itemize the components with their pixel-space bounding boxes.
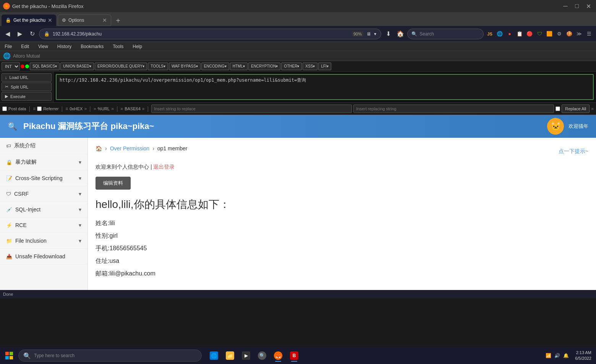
tools-btn[interactable]: TOOLS▾ <box>148 63 168 70</box>
split-url-button[interactable]: ✂ Split URL <box>2 82 52 91</box>
post-data-checkbox[interactable] <box>2 106 7 111</box>
download-button[interactable]: ⬇ <box>383 29 394 39</box>
sidebar-item-sql[interactable]: 💉 SQL-Inject ▾ <box>0 202 87 217</box>
ext-icon-7[interactable]: ⚙ <box>555 29 564 39</box>
info-email: 邮箱:lili@pikachu.com <box>96 270 588 278</box>
menu-bookmarks[interactable]: Bookmarks <box>79 43 105 50</box>
sidebar-item-label-brute: 暴力破解 <box>15 159 37 166</box>
breadcrumb-section[interactable]: Over Permission <box>110 145 149 151</box>
load-icon: ↓ <box>5 75 7 80</box>
hamburger-menu[interactable]: ☰ <box>585 29 594 39</box>
ext-icon-2[interactable]: ● <box>505 29 514 39</box>
taskbar-edge[interactable]: 🌐 <box>206 349 222 362</box>
taskbar-search[interactable]: 🔍 Type here to search <box>18 350 202 362</box>
zoom-level: 90% <box>352 31 363 37</box>
breadcrumb-page: op1 member <box>157 145 188 151</box>
referrer-checkbox[interactable] <box>37 106 42 111</box>
tab-options[interactable]: ⚙ Options ✕ <box>58 14 111 26</box>
menu-view[interactable]: View <box>37 43 50 50</box>
dot-green <box>25 64 29 68</box>
other-btn[interactable]: OTHER▾ <box>281 63 302 70</box>
forward-button[interactable]: ▶ <box>15 29 25 39</box>
main-content: 🏠 › Over Permission › op1 member 点一下提示~ … <box>88 138 596 290</box>
menu-file[interactable]: File <box>3 43 13 50</box>
terminal-icon: ▶ <box>242 351 250 360</box>
taskbar-firefox[interactable]: 🦊 <box>270 349 286 362</box>
dot-red <box>21 64 24 68</box>
notification-icon[interactable]: 🔔 <box>562 352 570 359</box>
home-button[interactable]: 🏠 <box>395 29 406 39</box>
ext-icon-8[interactable]: 🍪 <box>565 29 574 39</box>
sidebar-item-filedownload[interactable]: 📥 Unsafe Filedownload <box>0 249 87 264</box>
sidebar-item-rce[interactable]: ⚡ RCE ▾ <box>0 217 87 233</box>
tab-label: Get the pikachu <box>13 18 45 23</box>
load-url-button[interactable]: ↓ Load URL <box>2 73 52 82</box>
menu-tools[interactable]: Tools <box>111 43 125 50</box>
expand-fileinclusion-icon: ▾ <box>79 238 81 244</box>
taskbar-burpsuite[interactable]: B <box>287 349 302 362</box>
menu-history[interactable]: History <box>56 43 73 50</box>
sidebar-item-csrf[interactable]: 🛡 CSRF ▾ <box>0 186 87 202</box>
sidebar-item-intro[interactable]: 🏷 系统介绍 <box>0 138 87 154</box>
url-bar[interactable]: 🔒 192.168.42.236/pikachu 90% 🖥 ▾ <box>39 29 381 39</box>
error-double-btn[interactable]: ERROR/DOUBLE QUERY▾ <box>95 63 147 70</box>
sidebar-item-label-xss: Cross-Site Scripting <box>15 175 63 181</box>
url-input-section: ↓ Load URL ✂ Split URL ▶ Execute http://… <box>0 72 596 103</box>
url-input[interactable]: http://192.168.42.236/pikachu/vul/overpe… <box>56 74 594 100</box>
speaker-icon[interactable]: 🔊 <box>554 352 561 359</box>
sidebar-item-xss[interactable]: 📝 Cross-Site Scripting ▾ <box>0 171 87 186</box>
tab-pikachu[interactable]: 🔒 Get the pikachu ✕ <box>2 14 56 26</box>
maximize-button[interactable]: □ <box>572 2 581 11</box>
search-bar[interactable]: 🔍 Search <box>407 29 484 39</box>
replace-all-checkbox[interactable] <box>556 106 560 111</box>
html-btn[interactable]: HTML▾ <box>230 63 248 70</box>
tab-close-button[interactable]: ✕ <box>48 17 52 23</box>
hint-link[interactable]: 点一下提示~ <box>559 148 588 155</box>
ext-icon-1[interactable]: 🌐 <box>495 29 504 39</box>
ext-icon-5[interactable]: 🛡 <box>535 29 544 39</box>
network-icon[interactable]: 📶 <box>545 352 552 359</box>
taskbar-apps: 🌐 📁 ▶ 🔍 🦊 B <box>206 349 302 362</box>
ext-icon-6[interactable]: 🟧 <box>545 29 554 39</box>
waf-bypass-btn[interactable]: WAF BYPASS▾ <box>169 63 201 70</box>
lock-icon: 🔒 <box>44 31 50 37</box>
encoding-btn[interactable]: ENCODING▾ <box>201 63 229 70</box>
dropdown-icon[interactable]: ▾ <box>374 31 376 37</box>
encryption-btn[interactable]: ENCRYPTION▾ <box>248 63 280 70</box>
union-based-btn[interactable]: UNION BASED▾ <box>60 63 94 70</box>
close-button[interactable]: ✕ <box>584 2 593 11</box>
insert-replacing-input[interactable] <box>353 105 554 113</box>
breadcrumb-home[interactable]: 🏠 <box>96 145 102 151</box>
search-placeholder: Search <box>419 31 434 37</box>
back-button[interactable]: ◀ <box>2 29 13 39</box>
more-tools-button[interactable]: ≫ <box>575 29 584 39</box>
xss-btn[interactable]: XSS▾ <box>303 63 317 70</box>
tab-favicon: 🔒 <box>5 18 11 23</box>
tab-options-close[interactable]: ✕ <box>102 17 107 23</box>
ext-icon-3[interactable]: 📋 <box>515 29 524 39</box>
sidebar-item-brute[interactable]: 🔒 暴力破解 ▾ <box>0 154 87 171</box>
insert-string-input[interactable] <box>151 105 352 113</box>
int-select[interactable]: INT <box>2 62 20 71</box>
sql-basics-btn[interactable]: SQL BASICS▾ <box>30 63 60 70</box>
menu-edit[interactable]: Edit <box>19 43 31 50</box>
menu-help[interactable]: Help <box>131 43 144 50</box>
minimize-button[interactable]: ─ <box>561 2 570 11</box>
edit-profile-button[interactable]: 编辑资料 <box>96 177 131 190</box>
reload-button[interactable]: ↻ <box>27 29 37 39</box>
sidebar-item-fileinclusion[interactable]: 📁 File Inclusion ▾ <box>0 233 87 249</box>
ext-icon-4[interactable]: 🔴 <box>525 29 534 39</box>
taskbar: 🔍 Type here to search 🌐 📁 ▶ 🔍 🦊 B 📶 🔊 🔔 … <box>0 347 596 364</box>
execute-button[interactable]: ▶ Execute <box>2 92 52 101</box>
taskbar-terminal[interactable]: ▶ <box>238 349 254 362</box>
start-button[interactable] <box>2 349 17 362</box>
lfi-btn[interactable]: LFI▾ <box>318 63 331 70</box>
taskbar-search-app[interactable]: 🔍 <box>254 349 270 362</box>
logout-link[interactable]: 退出登录 <box>153 164 175 170</box>
system-clock[interactable]: 2:13 AM 6/5/2022 <box>572 350 594 362</box>
taskbar-explorer[interactable]: 📁 <box>222 349 238 362</box>
info-phone: 手机:18656565545 <box>96 245 588 253</box>
js-icon[interactable]: JS <box>485 29 494 39</box>
new-tab-button[interactable]: + <box>113 15 123 26</box>
replace-all-button[interactable]: Replace All <box>562 105 590 113</box>
